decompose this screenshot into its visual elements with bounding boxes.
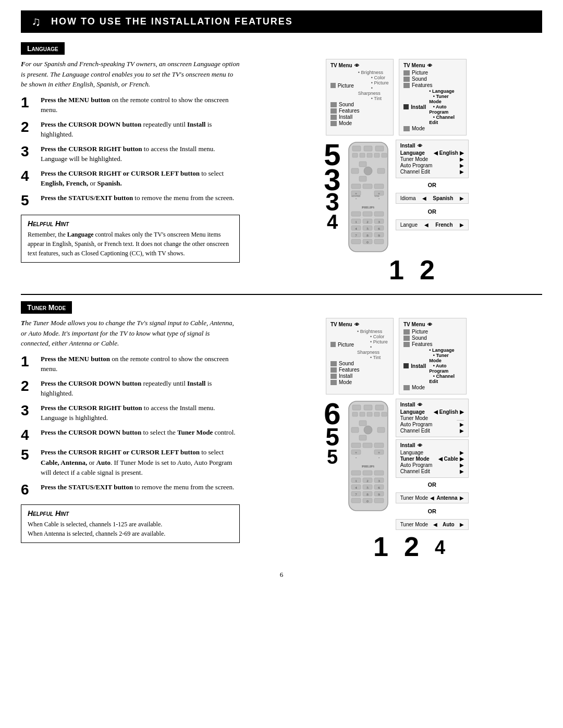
svg-rect-2 <box>364 146 372 151</box>
lang-tv-menu-right: TV Menu 👁 Picture Sound Features Install… <box>399 59 467 135</box>
step-num-1: 1 <box>21 95 36 111</box>
svg-text:3: 3 <box>378 220 380 224</box>
svg-rect-77 <box>374 471 384 475</box>
tuner-install-icon-r <box>403 363 409 368</box>
svg-rect-60 <box>359 421 366 426</box>
tuner-right-panels: Install 👁 Language◀ English ▶ Tuner Mode… <box>396 399 469 531</box>
svg-rect-4 <box>352 153 358 157</box>
tuner-install-2-channel: Channel Edit▶ <box>400 468 464 474</box>
lang-bottom-nums: 1 2 <box>358 256 435 283</box>
lang-idioma-panel: Idioma ◀ Spanish ▶ <box>396 193 469 204</box>
svg-text:4: 4 <box>355 227 357 231</box>
tuner-install-icon-l <box>331 374 337 379</box>
tuner-menu-features-r: Features <box>403 341 462 347</box>
brand-logo: ♫ <box>31 15 41 29</box>
lang-menu-row-picture-l: Picture • Brightness • Color • Picture •… <box>331 70 389 101</box>
tuner-picture-icon-r <box>403 329 410 335</box>
tuner-step-num-6: 6 <box>21 482 36 498</box>
language-left-col: For our Spanish and French-speaking TV o… <box>21 59 240 283</box>
svg-point-11 <box>364 167 372 175</box>
svg-text:7: 7 <box>355 233 357 238</box>
tuner-step-1: 1 Press the MENU button on the remote co… <box>21 354 240 374</box>
tuner-step-num-2: 2 <box>21 378 36 394</box>
tuner-install-1-language: Language◀ English ▶ <box>400 409 464 415</box>
step-num-5: 5 <box>21 193 36 209</box>
tuner-antenna-panel: Tuner Mode ◀ Antenna ▶ <box>396 492 469 503</box>
svg-text:9: 9 <box>378 492 380 497</box>
svg-rect-3 <box>375 146 384 151</box>
tuner-install-2-title: Install 👁 <box>400 442 464 448</box>
tuner-features-icon-r <box>403 342 410 347</box>
install-icon-l <box>331 115 337 120</box>
svg-rect-26 <box>351 212 361 216</box>
svg-rect-10 <box>351 168 359 174</box>
svg-rect-8 <box>382 153 387 157</box>
tuner-step-num-4: 4 <box>21 427 36 443</box>
svg-rect-14 <box>351 184 361 189</box>
language-hint-box: Helpful Hint Remember, the Language cont… <box>21 215 240 263</box>
tuner-step-text-4: Press the CURSOR DOWN button to select t… <box>41 427 236 438</box>
tuner-step-2: 2 Press the CURSOR DOWN button repeatedl… <box>21 378 240 399</box>
tuner-steps: 1 Press the MENU button on the remote co… <box>21 354 240 498</box>
tuner-install-1-title: Install 👁 <box>400 402 464 408</box>
tuner-hint-box: Helpful Hint When Cable is selected, cha… <box>21 504 240 543</box>
svg-rect-13 <box>359 176 366 181</box>
step-num-2: 2 <box>21 119 36 135</box>
lang-langue-panel: Langue ◀ French ▶ <box>396 219 469 230</box>
tuner-sound-icon-l <box>331 361 337 366</box>
tuner-tv-menu-right-title: TV Menu 👁 <box>403 322 462 327</box>
svg-rect-52 <box>352 405 361 410</box>
tuner-step-num-3: 3 <box>21 403 36 419</box>
lang-step-big-1: 1 <box>389 256 404 283</box>
sound-icon-l <box>331 102 337 107</box>
step-text-1: Press the MENU button on the remote cont… <box>41 95 240 115</box>
language-hint-text: Remember, the Language control makes onl… <box>28 230 233 258</box>
tuner-remote: + - + - PHILIPS 1 2 3 <box>346 399 390 513</box>
svg-rect-49 <box>374 239 384 244</box>
svg-text:2: 2 <box>366 479 369 483</box>
svg-rect-55 <box>352 412 358 416</box>
svg-rect-53 <box>364 405 372 410</box>
svg-rect-5 <box>360 153 365 157</box>
language-intro: For our Spanish and French-speaking TV o… <box>21 59 240 90</box>
svg-text:6: 6 <box>378 486 380 490</box>
tuner-menu-picture-l: Picture • Brightness • Color • Picture •… <box>331 329 389 360</box>
language-section: Language For our Spanish and French-spea… <box>21 42 542 283</box>
tuner-step-text-2: Press the CURSOR DOWN button repeatedly … <box>41 378 240 399</box>
svg-text:SOUND: SOUND <box>351 195 361 198</box>
tuner-menu-install-l: Install <box>331 373 389 379</box>
lang-tv-menu-left-title: TV Menu 👁 <box>331 63 389 68</box>
step-text-5: Press the STATUS/EXIT button to remove t… <box>41 193 234 203</box>
tuner-diagram: TV Menu 👁 Picture • Brightness • Color •… <box>250 318 542 560</box>
tuner-step-3: 3 Press the CURSOR RIGHT button to acces… <box>21 403 240 423</box>
tuner-step-text-1: Press the MENU button on the remote cont… <box>41 354 240 374</box>
svg-text:4: 4 <box>355 486 357 490</box>
lang-menu-row-picture-r: Picture <box>403 70 462 76</box>
svg-point-62 <box>364 426 372 434</box>
lang-remote: + - + - SOUND VOL PHILIPS <box>346 140 390 254</box>
step-num-3: 3 <box>21 144 36 160</box>
tuner-or-2: OR <box>396 508 469 514</box>
svg-rect-63 <box>377 427 385 433</box>
tuner-install-panel-2: Install 👁 Language▶ Tuner Mode◀ Cable ▶ … <box>396 439 469 478</box>
tuner-step-text-5: Press the CURSOR RIGHT or CURSOR LEFT bu… <box>41 447 240 478</box>
tuner-install-2-tuner: Tuner Mode◀ Cable ▶ <box>400 456 464 462</box>
tuner-tv-menu-right: TV Menu 👁 Picture Sound Features Install… <box>399 318 467 394</box>
remote-svg: + - + - SOUND VOL PHILIPS <box>346 140 390 254</box>
picture-icon-l <box>331 83 336 88</box>
tuner-menu-mode-r: Mode <box>403 385 462 390</box>
svg-rect-16 <box>374 184 384 189</box>
lang-install-row-tuner: Tuner Mode▶ <box>400 156 464 162</box>
tuner-step-big-4: 4 <box>435 538 445 560</box>
features-icon-r <box>403 83 410 88</box>
tuner-or-1: OR <box>396 482 469 488</box>
step-text-4: Press the CURSOR RIGHT or CURSOR LEFT bu… <box>41 168 240 189</box>
lang-menu-row-mode-r: Mode <box>403 126 462 131</box>
language-step-3: 3 Press the CURSOR RIGHT button to acces… <box>21 144 240 164</box>
language-step-5: 5 Press the STATUS/EXIT button to remove… <box>21 193 240 209</box>
lang-menu-row-install-r: Install • Language • Tuner Mode • Auto P… <box>403 89 462 125</box>
tuner-step-num-1: 1 <box>21 354 36 370</box>
install-icon-r <box>403 104 409 109</box>
picture-icon-r <box>403 70 410 76</box>
tuner-step-big-1: 1 <box>373 533 388 560</box>
